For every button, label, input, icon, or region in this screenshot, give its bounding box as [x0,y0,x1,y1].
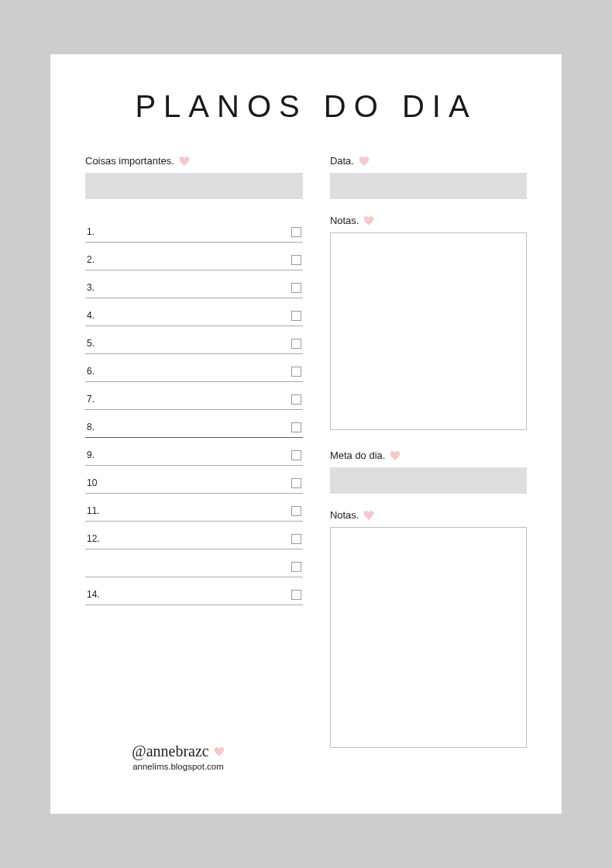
page-title: PLANOS DO DIA [85,89,527,124]
footer: @annebrazc annelims.blogspot.com [50,742,306,771]
goal-label: Meta do dia. [330,450,527,461]
task-checkbox[interactable] [291,506,301,516]
task-row: 8. [85,410,303,438]
task-checkbox[interactable] [291,255,301,265]
heart-icon [363,511,374,520]
task-row: 6. [85,354,303,382]
task-row [85,549,303,577]
right-column: Data. Notas. Meta do dia. [330,155,527,748]
task-row: 2. [85,243,303,270]
task-number: 5. [85,338,95,350]
date-input-bar[interactable] [330,173,527,199]
notes2-label-text: Notas. [330,509,359,521]
task-checkbox[interactable] [291,450,301,460]
task-number: 1. [85,226,95,239]
task-number [85,572,87,574]
author-url: annelims.blogspot.com [50,762,306,771]
task-number: 14. [85,589,100,601]
planner-page: PLANOS DO DIA Coisas importantes. 1. 2. … [50,54,562,814]
date-label: Data. [330,155,527,167]
task-row: 10 [85,466,303,494]
task-row: 5. [85,326,303,354]
heart-icon [363,216,374,226]
task-checkbox[interactable] [291,311,301,321]
task-checkbox[interactable] [291,422,301,432]
task-number: 10 [85,477,97,490]
task-checkbox[interactable] [291,394,301,405]
author-handle-text: @annebrazc [132,742,208,760]
task-number: 8. [85,422,95,434]
columns: Coisas importantes. 1. 2. 3. 4. 5. 6. 7.… [85,155,527,748]
task-number: 3. [85,282,95,294]
task-row: 3. [85,270,303,298]
task-checkbox[interactable] [291,478,301,488]
task-row: 9. [85,438,303,466]
notes2-box[interactable] [330,527,527,748]
task-number: 12. [85,533,100,546]
notes1-box[interactable] [330,232,527,430]
task-checkbox[interactable] [291,590,301,600]
task-list: 1. 2. 3. 4. 5. 6. 7. 8. 9. 10 11. 12. 14… [85,215,303,605]
task-row: 7. [85,382,303,410]
important-input-bar[interactable] [85,173,303,199]
notes1-label-text: Notas. [330,215,359,226]
task-row: 4. [85,298,303,326]
task-number: 4. [85,310,95,322]
task-number: 2. [85,254,95,267]
left-column: Coisas importantes. 1. 2. 3. 4. 5. 6. 7.… [85,155,303,748]
heart-icon [214,747,225,756]
task-row: 14. [85,577,303,605]
task-checkbox[interactable] [291,534,301,544]
author-handle: @annebrazc [132,742,224,760]
task-number: 6. [85,366,95,378]
task-checkbox[interactable] [291,339,301,349]
heart-icon [359,157,370,166]
task-row: 1. [85,215,303,243]
task-number: 7. [85,394,95,406]
important-label-text: Coisas importantes. [85,155,174,167]
notes2-label: Notas. [330,509,527,521]
task-checkbox[interactable] [291,562,301,572]
task-checkbox[interactable] [291,283,301,293]
task-row: 11. [85,494,303,522]
task-checkbox[interactable] [291,367,301,377]
goal-label-text: Meta do dia. [330,450,386,461]
date-label-text: Data. [330,155,354,167]
notes1-label: Notas. [330,215,527,226]
important-label: Coisas importantes. [85,155,303,167]
task-row: 12. [85,522,303,549]
heart-icon [179,157,190,166]
heart-icon [390,451,401,460]
task-number: 9. [85,450,95,462]
task-checkbox[interactable] [291,227,301,237]
task-number: 11. [85,505,100,518]
goal-input-bar[interactable] [330,467,527,494]
